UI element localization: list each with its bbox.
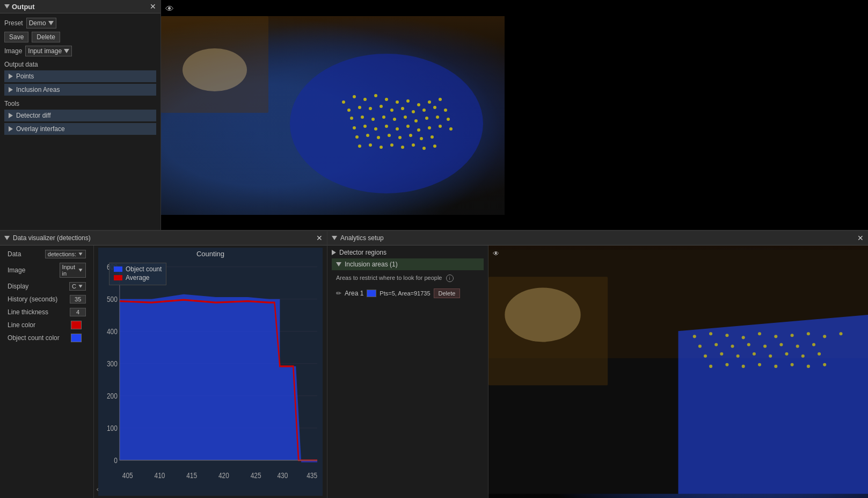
history-row: History (seconds) 35 [3,293,90,306]
output-collapse-icon[interactable] [4,4,10,9]
analytics-left: Detector regions Inclusion areas (1) Are… [327,246,488,498]
svg-point-9 [406,99,410,103]
image-ctrl-dropdown[interactable]: Input in [60,263,86,278]
preset-row: Preset Demo [4,18,156,28]
svg-point-2 [290,54,483,193]
detector-regions-row[interactable]: Detector regions [332,249,484,256]
svg-point-28 [404,116,407,119]
svg-point-59 [183,48,247,91]
data-viz-collapse-icon[interactable] [4,236,10,240]
svg-point-20 [422,109,426,112]
line-color-row: Line color [3,319,90,331]
history-label: History (seconds) [8,295,65,303]
svg-point-114 [709,365,712,368]
save-button[interactable]: Save [4,32,28,42]
data-dropdown[interactable]: detections: [45,250,86,258]
image-dropdown-icon [64,49,69,53]
analytics-title: Analytics setup [340,234,384,242]
svg-point-49 [420,137,423,140]
svg-text:400: 400 [107,327,118,336]
delete-button[interactable]: Delete [32,32,60,42]
output-panel-title: Output [12,3,35,11]
preset-dropdown[interactable]: Demo [26,18,56,28]
inclusion-info-text: Areas to restrict where to look for peop… [332,272,484,284]
history-value[interactable]: 35 [70,295,86,304]
area-delete-button[interactable]: Delete [434,288,461,298]
image-dropdown[interactable]: Input image [25,46,72,56]
svg-text:405: 405 [122,471,133,480]
svg-point-118 [774,365,777,368]
svg-point-24 [361,116,364,119]
svg-point-41 [439,125,442,128]
svg-point-98 [698,345,702,348]
inclusion-areas-row[interactable]: Inclusion Areas [4,84,156,96]
svg-point-94 [791,334,794,337]
points-row[interactable]: Points [4,70,156,82]
inclusion-areas-label: Inclusion areas (1) [345,261,398,268]
svg-point-45 [377,136,380,139]
svg-point-35 [374,127,377,131]
svg-point-55 [401,146,404,149]
svg-point-57 [422,147,426,150]
area-name: Area 1 [345,290,363,297]
area-pts: Pts=5, Area=91735 [380,290,430,297]
svg-point-22 [444,109,447,112]
inclusion-areas-header[interactable]: Inclusion areas (1) [332,258,484,270]
svg-point-121 [823,363,826,366]
svg-point-29 [414,119,418,122]
detector-diff-row[interactable]: Detector diff [4,110,156,121]
svg-text:410: 410 [154,471,165,480]
svg-point-19 [412,110,415,113]
svg-point-14 [358,106,361,109]
legend-average: Average [114,274,162,282]
svg-point-40 [428,126,431,129]
svg-point-117 [758,363,761,366]
pencil-icon[interactable]: ✏ [336,290,341,297]
svg-point-116 [742,365,745,368]
image-ctrl-dropdown-icon [79,269,83,272]
svg-text:430: 430 [277,471,288,480]
svg-point-30 [425,117,428,120]
svg-point-7 [385,98,388,101]
svg-point-104 [796,345,799,348]
analytics-collapse-icon[interactable] [332,236,337,240]
svg-point-95 [807,332,810,335]
svg-point-25 [371,118,375,121]
svg-point-97 [839,332,842,335]
area-color-box[interactable] [367,290,376,297]
line-thickness-value[interactable]: 4 [70,308,86,316]
chart-title: Counting [98,248,323,260]
svg-point-51 [358,145,361,148]
svg-point-6 [374,94,377,97]
overlay-interface-row[interactable]: Overlay interface [4,123,156,135]
svg-point-99 [714,343,718,346]
svg-point-10 [417,103,420,106]
crowd-overlay-svg [161,16,505,215]
data-viz-close-button[interactable]: ✕ [316,234,323,242]
image-ctrl-row: Image Input in [3,261,90,280]
overlay-interface-label: Overlay interface [16,125,65,133]
crowd-image [161,16,505,215]
main-view-eye-icon[interactable]: 👁 [165,4,174,14]
preset-value: Demo [29,19,46,27]
svg-point-36 [385,125,388,128]
svg-text:425: 425 [251,471,261,480]
display-dropdown[interactable]: C [69,282,86,291]
svg-point-50 [431,135,434,139]
obj-count-color-swatch[interactable] [71,334,82,342]
analytics-right-image [488,246,868,498]
svg-text:415: 415 [186,471,197,480]
analytics-close-button[interactable]: ✕ [857,234,864,242]
svg-point-96 [823,335,826,338]
line-color-swatch[interactable] [71,321,82,329]
points-expand-icon [9,74,13,79]
svg-point-109 [753,352,756,356]
detector-diff-expand-icon [9,113,13,118]
output-close-button[interactable]: ✕ [150,2,156,11]
analytics-eye-icon[interactable]: 👁 [493,250,499,257]
preset-label: Preset [4,19,23,27]
svg-point-105 [812,343,815,346]
svg-point-4 [353,95,356,98]
svg-point-56 [412,143,415,147]
chart-area: Counting Object count Average [98,248,323,496]
